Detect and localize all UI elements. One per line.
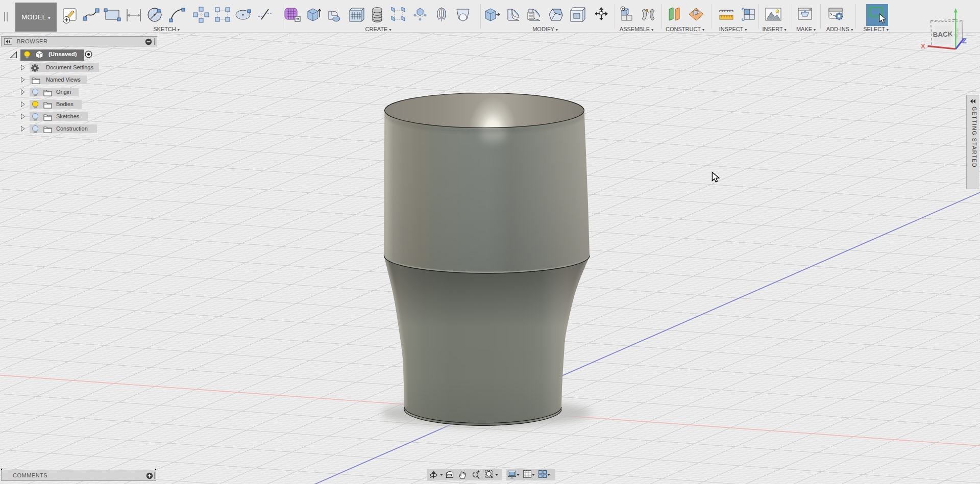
svg-text:BACK: BACK: [933, 30, 953, 39]
svg-text:Z: Z: [962, 36, 967, 45]
svg-text:X: X: [921, 42, 925, 50]
